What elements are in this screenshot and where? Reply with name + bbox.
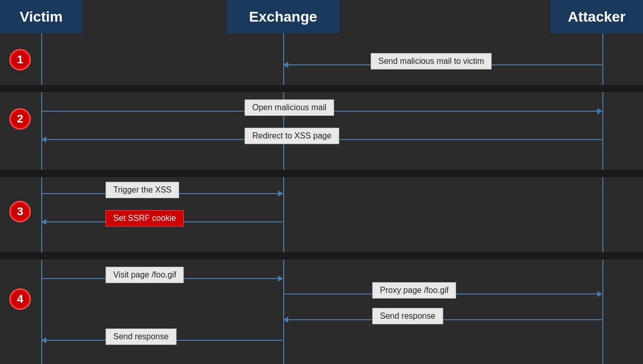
msg-step2-m1: Open malicious mail	[245, 99, 334, 116]
exchange-vline	[283, 33, 284, 364]
diagram: Victim Exchange Attacker 1 Send maliciou…	[0, 0, 643, 364]
attacker-vline	[602, 33, 603, 364]
step-badge-2: 2	[9, 108, 31, 130]
step-badge-4: 4	[9, 288, 31, 310]
msg-step4-m3: Send response	[372, 308, 443, 324]
step-badge-3: 3	[9, 201, 31, 222]
msg-step3-m1: Trigger the XSS	[106, 182, 179, 198]
msg-step2-m2: Redirect to XSS page	[245, 128, 339, 144]
msg-step3-m2: Set SSRF cookie	[106, 210, 184, 227]
divider-3	[0, 252, 643, 259]
victim-vline	[41, 33, 42, 364]
header-exchange: Exchange	[227, 0, 340, 33]
header-victim: Victim	[0, 0, 82, 33]
msg-step4-m4: Send response	[106, 328, 177, 345]
header-attacker: Attacker	[550, 0, 643, 33]
divider-2	[0, 170, 643, 177]
divider-1	[0, 85, 643, 92]
step-badge-1: 1	[9, 49, 31, 71]
msg-step1-m1: Send malicious mail to victim	[371, 53, 492, 70]
msg-step4-m1: Visit page /foo.gif	[106, 267, 184, 283]
msg-step4-m2: Proxy page /foo.gif	[372, 282, 456, 299]
